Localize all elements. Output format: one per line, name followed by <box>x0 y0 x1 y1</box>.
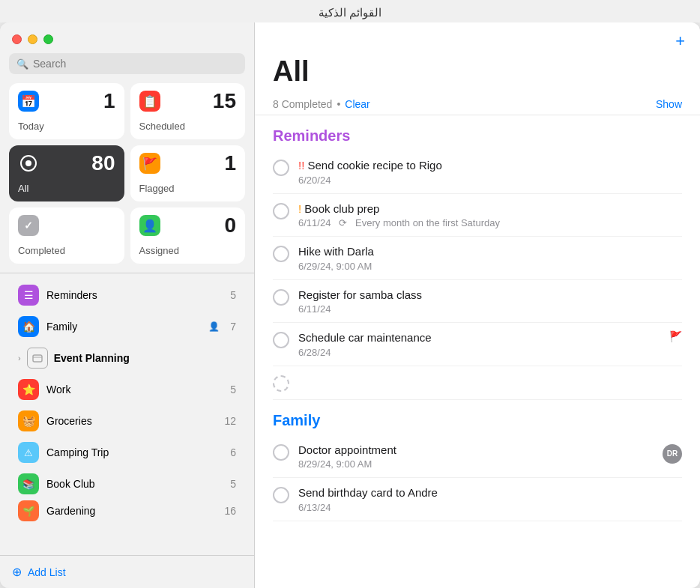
group-chevron-icon: › <box>18 354 21 363</box>
smart-card-assigned[interactable]: 👤 0 Assigned <box>130 207 246 264</box>
all-icon <box>18 153 39 174</box>
family-list-name: Family <box>46 321 201 333</box>
task-content: Send birthday card to Andre 6/13/24 <box>298 485 682 513</box>
svg-rect-2 <box>33 355 42 362</box>
work-list-icon: ⭐ <box>18 379 39 400</box>
maximize-button[interactable] <box>43 34 53 44</box>
task-circle[interactable] <box>273 444 289 461</box>
flagged-label: Flagged <box>139 183 237 194</box>
camping-list-name: Camping Trip <box>46 446 223 458</box>
sidebar-divider-1 <box>0 273 254 273</box>
work-list-name: Work <box>46 384 223 395</box>
scheduled-label: Scheduled <box>139 121 237 132</box>
bookclub-list-count: 5 <box>230 478 236 490</box>
task-circle[interactable] <box>273 160 289 176</box>
add-list-button[interactable]: ⊕ Add List <box>0 555 254 588</box>
sidebar-item-groceries[interactable]: 🧺 Groceries 12 <box>6 405 248 437</box>
clear-button[interactable]: Clear <box>345 98 369 110</box>
camping-list-icon: ⚠ <box>18 442 39 463</box>
smart-card-today[interactable]: 📅 1 Today <box>9 83 124 139</box>
sidebar-item-gardening[interactable]: 🌱 Gardening 16 <box>6 500 248 522</box>
task-circle-dashed[interactable] <box>273 375 289 392</box>
task-item: Schedule car maintenance 6/28/24 🚩 <box>273 323 682 366</box>
reminders-list-count: 5 <box>230 289 236 301</box>
search-bar[interactable]: 🔍 <box>9 53 245 74</box>
family-list-icon: 🏠 <box>18 316 39 337</box>
completed-icon: ✓ <box>18 215 39 236</box>
smart-card-all[interactable]: 80 All <box>9 145 124 201</box>
task-content: ! Book club prep 6/11/24 ⟳ Every month o… <box>298 201 682 229</box>
task-content: Doctor appointment 8/29/24, 9:00 AM <box>298 443 654 470</box>
smart-lists-grid: 📅 1 Today 📋 15 Scheduled 80 <box>0 83 254 270</box>
groceries-list-count: 12 <box>224 415 236 427</box>
completed-count-text: 8 Completed <box>273 98 332 110</box>
task-circle[interactable] <box>273 203 289 219</box>
minimize-button[interactable] <box>28 34 37 44</box>
task-subtitle: 6/28/24 <box>298 347 660 358</box>
section-header-family: Family <box>273 400 682 435</box>
groceries-list-icon: 🧺 <box>18 410 39 431</box>
bookclub-list-icon: 📚 <box>18 473 39 494</box>
avatar: DR <box>663 444 682 464</box>
search-input[interactable] <box>33 58 238 70</box>
priority-medium-icon: ! <box>298 202 301 215</box>
task-circle[interactable] <box>273 487 289 503</box>
add-list-icon: ⊕ <box>12 565 22 579</box>
task-item: Doctor appointment 8/29/24, 9:00 AM DR <box>273 435 682 479</box>
show-button[interactable]: Show <box>656 98 682 110</box>
task-item <box>273 366 682 400</box>
task-title-text: Book club prep <box>304 202 379 215</box>
task-subtitle: 8/29/24, 9:00 AM <box>298 458 654 470</box>
task-content: Schedule car maintenance 6/28/24 <box>298 330 660 358</box>
priority-high-icon: !! <box>298 159 304 172</box>
task-title: ! Book club prep <box>298 201 682 216</box>
task-subtitle: 6/11/24 ⟳ Every month on the first Satur… <box>298 217 682 228</box>
sidebar-list: ☰ Reminders 5 🏠 Family 👤 7 › Event Plann… <box>0 276 254 555</box>
work-list-count: 5 <box>230 384 236 395</box>
assigned-icon: 👤 <box>139 215 160 236</box>
gardening-list-count: 16 <box>224 505 236 517</box>
event-planning-name: Event Planning <box>54 352 130 364</box>
task-circle[interactable] <box>273 246 289 262</box>
sidebar-item-event-planning[interactable]: › Event Planning <box>6 342 248 374</box>
assigned-label: Assigned <box>139 245 237 256</box>
completed-bar: 8 Completed • Clear Show <box>255 94 700 115</box>
today-label: Today <box>18 121 115 132</box>
assigned-count: 0 <box>224 215 236 236</box>
task-title: Send birthday card to Andre <box>298 485 682 500</box>
sidebar-item-family[interactable]: 🏠 Family 👤 7 <box>6 311 248 342</box>
main-toolbar: + <box>255 22 700 55</box>
all-label: All <box>18 183 115 194</box>
completed-label: Completed <box>18 245 115 256</box>
gardening-list-name: Gardening <box>46 505 217 517</box>
today-count: 1 <box>103 91 115 112</box>
smart-card-completed[interactable]: ✓ Completed <box>9 207 124 264</box>
task-subtitle: 6/20/24 <box>298 175 682 186</box>
smart-card-scheduled[interactable]: 📋 15 Scheduled <box>130 83 246 139</box>
add-task-button[interactable]: + <box>675 33 685 49</box>
task-circle[interactable] <box>273 332 289 348</box>
sidebar-item-reminders[interactable]: ☰ Reminders 5 <box>6 279 248 311</box>
close-button[interactable] <box>12 34 22 44</box>
window-title: القوائم الذكية <box>319 6 381 19</box>
sidebar-item-work[interactable]: ⭐ Work 5 <box>6 374 248 405</box>
task-circle[interactable] <box>273 289 289 306</box>
task-item: !! Send cookie recipe to Rigo 6/20/24 <box>273 151 682 194</box>
task-item: Send birthday card to Andre 6/13/24 <box>273 478 682 521</box>
camping-list-count: 6 <box>230 446 236 458</box>
group-folder-icon <box>27 348 48 369</box>
page-title: All <box>255 55 700 94</box>
task-title-text: Send cookie recipe to Rigo <box>308 159 442 172</box>
sidebar-item-camping-trip[interactable]: ⚠ Camping Trip 6 <box>6 437 248 468</box>
smart-card-flagged[interactable]: 🚩 1 Flagged <box>130 145 246 201</box>
sidebar-item-book-club[interactable]: 📚 Book Club 5 <box>6 468 248 500</box>
task-title: Hike with Darla <box>298 244 682 259</box>
main-content: + All 8 Completed • Clear Show Reminders… <box>255 22 700 588</box>
reminders-list-icon: ☰ <box>18 285 39 306</box>
family-list-count: 7 <box>230 321 236 333</box>
gardening-list-icon: 🌱 <box>18 500 39 521</box>
task-item: Register for samba class 6/11/24 <box>273 280 682 324</box>
task-subtitle: 6/13/24 <box>298 502 682 513</box>
task-item: ! Book club prep 6/11/24 ⟳ Every month o… <box>273 194 682 237</box>
tasks-container: Reminders !! Send cookie recipe to Rigo … <box>255 115 700 588</box>
